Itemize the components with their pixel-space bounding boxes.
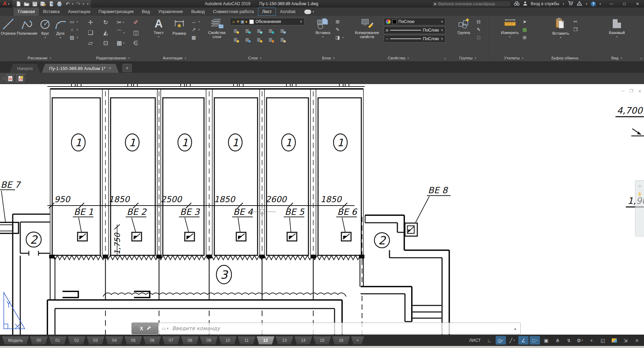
- help-dropdown-icon[interactable]: ▼: [599, 3, 601, 5]
- view-expander-icon[interactable]: ↘: [640, 57, 642, 60]
- command-input[interactable]: ▭▼ Введите команду ▲: [158, 323, 521, 334]
- drawing-canvas[interactable]: 950 1850 2500 1850 2600 1850 BE 1 BE 2 B…: [0, 84, 644, 346]
- cut-icon[interactable]: ✂: [572, 19, 579, 25]
- ribbon-tab[interactable]: Параметризация: [94, 8, 138, 16]
- drawing-close-icon[interactable]: ×: [639, 89, 641, 94]
- layout-tab[interactable]: 02: [68, 336, 86, 345]
- array-icon[interactable]: ▦▼: [116, 39, 125, 47]
- ribbon-tab[interactable]: Главная: [14, 8, 39, 16]
- polyline-button[interactable]: Полилиния: [17, 17, 37, 35]
- table-icon[interactable]: ▦: [190, 34, 200, 40]
- workspace-gear-icon[interactable]: ⚙▼: [575, 336, 585, 345]
- group-button[interactable]: Группа: [454, 17, 474, 35]
- scale-icon[interactable]: ⊡: [103, 39, 108, 47]
- layer-properties-button[interactable]: Свойства слоя: [206, 17, 228, 39]
- layout-tab[interactable]: 06: [143, 336, 161, 345]
- group-edit-icon[interactable]: ✎: [475, 26, 482, 33]
- block-attributes-icon[interactable]: ◨▼: [334, 34, 344, 40]
- new-file-icon[interactable]: [14, 0, 22, 7]
- layer-sun-icon[interactable]: ≣: [257, 37, 261, 43]
- layout-tab[interactable]: 05: [124, 336, 142, 345]
- ungroup-icon[interactable]: ⊟: [475, 19, 482, 25]
- command-recent-icon[interactable]: ▭▼: [162, 326, 169, 331]
- panel-title-clipboard[interactable]: Буфер обмена: [540, 55, 590, 61]
- group-selection-icon[interactable]: □: [475, 34, 482, 40]
- ribbon-tab[interactable]: Вид: [138, 8, 154, 16]
- layout-tab[interactable]: 15: [313, 336, 331, 345]
- file-tab-start[interactable]: Начало: [10, 64, 40, 73]
- file-tab-document[interactable]: Пу-1-150-369.89 Альбом 1* ×: [42, 64, 119, 73]
- isometric-drafting-icon[interactable]: ╱▼: [507, 336, 517, 345]
- ribbon-tab[interactable]: Вставка: [39, 8, 64, 16]
- stretch-icon[interactable]: ▱: [88, 39, 93, 47]
- sign-in-label[interactable]: Вход в службы: [531, 1, 559, 6]
- leader-icon[interactable]: ↗▼: [190, 26, 200, 33]
- linear-dimension-icon[interactable]: ↔▼: [190, 19, 200, 25]
- layout-tab[interactable]: 07: [162, 336, 180, 345]
- explode-icon[interactable]: ◫: [133, 29, 138, 36]
- search-go-icon[interactable]: ▶: [434, 2, 437, 5]
- select-similar-icon[interactable]: ▩: [521, 26, 528, 33]
- minimize-button[interactable]: ─: [605, 0, 618, 8]
- layer-merge-icon[interactable]: ≣: [280, 37, 284, 43]
- annotation-scale-icon[interactable]: +: [586, 336, 597, 345]
- ribbon-tab[interactable]: Совместная работа: [209, 8, 258, 16]
- navigation-bar[interactable]: ⊘✋⌕: [635, 180, 644, 236]
- panel-title-layers[interactable]: Слои▼: [203, 55, 307, 61]
- file-tab-close-icon[interactable]: ×: [109, 66, 111, 71]
- rectangle-icon[interactable]: ▭▼: [69, 19, 79, 25]
- space-label[interactable]: ЛИСТ: [469, 338, 481, 343]
- fillet-icon[interactable]: ⌒▼: [116, 29, 125, 37]
- panel-title-block[interactable]: Блок▼: [308, 55, 349, 61]
- layout-tab[interactable]: 10: [219, 336, 237, 345]
- base-view-button[interactable]: Базовый▼: [607, 17, 627, 39]
- user-icon[interactable]: [523, 1, 528, 7]
- arc-button[interactable]: Дуга▼: [54, 17, 67, 40]
- layout-tab[interactable]: 12: [257, 336, 274, 345]
- command-customize-icon[interactable]: [146, 325, 151, 332]
- text-button[interactable]: A Текст▼: [149, 17, 168, 39]
- save-icon[interactable]: [31, 0, 38, 7]
- object-color-select[interactable]: ПоСлою ▼: [384, 18, 445, 25]
- layout-tab[interactable]: 16: [332, 336, 350, 345]
- panel-title-view[interactable]: Вид▼: [590, 55, 644, 61]
- help-search-input[interactable]: ▶ Введите ключевое слово/фразу: [432, 1, 511, 7]
- make-current-layer-icon[interactable]: ≣: [280, 28, 284, 34]
- rotate-icon[interactable]: ↻: [103, 19, 108, 26]
- hatch-icon[interactable]: ▨▼: [69, 34, 79, 40]
- acrobat-comment-icon[interactable]: [16, 74, 25, 83]
- selection-cycling-icon[interactable]: ▣: [541, 336, 551, 345]
- linetype-select[interactable]: ┄ ПоСлою ▼: [384, 35, 445, 43]
- ribbon-tab[interactable]: Лист: [258, 8, 276, 16]
- 3d-osnap-icon[interactable]: ⋔: [552, 336, 563, 345]
- layout-tab[interactable]: 04: [105, 336, 123, 345]
- create-block-icon[interactable]: ⊞: [334, 19, 344, 25]
- mirror-icon[interactable]: ◭: [103, 29, 108, 36]
- plot-icon[interactable]: [56, 0, 63, 7]
- match-properties-button[interactable]: Копирование свойств: [352, 17, 382, 39]
- undo-icon[interactable]: ↶: [64, 0, 71, 7]
- layout-tab[interactable]: 03: [87, 336, 104, 345]
- edit-block-icon[interactable]: ✎: [334, 26, 344, 33]
- sign-in-dropdown-icon[interactable]: ▼: [562, 3, 565, 5]
- insert-block-button[interactable]: Вставка▼: [313, 17, 333, 39]
- lock-layer-icon[interactable]: ≣: [268, 28, 273, 34]
- ribbon-display-toggle[interactable]: ▼: [304, 10, 315, 16]
- turn-off-layer-icon[interactable]: ≣: [233, 28, 238, 34]
- open-icon[interactable]: [23, 0, 30, 7]
- maximize-button[interactable]: □: [618, 0, 631, 8]
- redo-dropdown-icon[interactable]: ▼: [82, 3, 84, 5]
- thaw-all-layers-icon[interactable]: ≣: [245, 37, 249, 43]
- ribbon-tab[interactable]: Аннотации: [64, 8, 94, 16]
- transfer-icon[interactable]: [47, 0, 55, 7]
- lineweight-select[interactable]: ≡ ПоСлою ▼: [384, 26, 445, 34]
- customization-menu-icon[interactable]: ≡: [632, 336, 642, 345]
- line-button[interactable]: Отрезок: [1, 17, 15, 35]
- freeze-layer-icon[interactable]: ≣: [257, 28, 261, 34]
- undo-dropdown-icon[interactable]: ▼: [71, 3, 74, 5]
- ribbon-tab[interactable]: Acrobat: [276, 8, 300, 16]
- search-binoculars-icon[interactable]: [514, 1, 520, 7]
- layout-tab[interactable]: 14: [294, 336, 312, 345]
- isolate-objects-icon[interactable]: ◱: [598, 336, 608, 345]
- ribbon-tab[interactable]: Вывод: [187, 8, 209, 16]
